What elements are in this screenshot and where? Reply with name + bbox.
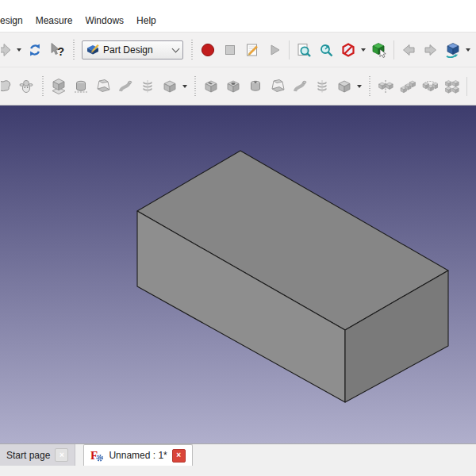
view-fit-selection-icon	[318, 42, 334, 58]
subtractive-helix-button[interactable]	[312, 76, 332, 97]
macro-record-icon	[200, 42, 216, 58]
subtractive-loft-button[interactable]	[267, 76, 288, 97]
clone-button[interactable]	[16, 76, 36, 97]
nav-forward-button[interactable]	[420, 40, 441, 60]
macro-record-button[interactable]	[198, 40, 218, 60]
shape-binder-icon	[0, 79, 12, 94]
axonometric-view-button[interactable]	[443, 40, 463, 60]
menu-item-help[interactable]: Help	[130, 13, 163, 29]
macro-play-icon	[267, 42, 282, 58]
tab-label: Start page	[6, 450, 50, 461]
draw-style-icon	[340, 42, 356, 58]
polar-pattern-button[interactable]	[420, 76, 440, 97]
additive-loft-button[interactable]	[93, 76, 113, 97]
toolbar-separator	[393, 40, 394, 60]
subtractive-box-button[interactable]	[334, 76, 355, 97]
view-fit-selection-button[interactable]	[316, 40, 336, 60]
macro-edit-button[interactable]	[242, 40, 263, 60]
redo-button[interactable]	[0, 40, 14, 60]
additive-pipe-button[interactable]	[115, 76, 136, 97]
toolbar-grip-handle[interactable]	[193, 76, 197, 97]
workbench-selector[interactable]: Part Design	[82, 40, 183, 60]
view-fit-all-icon	[296, 42, 312, 58]
close-tab-icon[interactable]: ×	[172, 449, 186, 463]
loft-icon	[95, 79, 111, 94]
toolbar-grip-handle[interactable]	[190, 40, 194, 60]
menu-bar: esign Measure Windows Help	[0, 0, 476, 33]
chevron-down-icon	[172, 44, 180, 52]
workbench-partdesign-icon	[86, 42, 102, 58]
polar-pattern-icon	[422, 79, 438, 94]
svg-text:F: F	[90, 449, 98, 462]
svg-text:?: ?	[58, 44, 65, 57]
pocket-button[interactable]	[201, 76, 221, 97]
hole-button[interactable]	[223, 76, 244, 97]
tab-label: Unnamed : 1*	[109, 450, 167, 461]
dropdown-caret-icon[interactable]	[182, 85, 187, 88]
document-tab-bar: Start page × F Unnamed : 1* ×	[0, 443, 476, 466]
whats-this-button[interactable]: ?	[47, 40, 67, 60]
fillet-button[interactable]	[471, 76, 476, 97]
pocket-icon	[203, 79, 219, 94]
mirrored-icon	[378, 79, 393, 94]
freecad-document-icon: F	[90, 449, 104, 462]
pad-button[interactable]	[48, 76, 69, 97]
box-element-selection-button[interactable]	[369, 40, 390, 60]
pipe-icon	[117, 79, 133, 94]
additive-helix-button[interactable]	[137, 76, 158, 97]
macro-play-button[interactable]	[264, 40, 285, 60]
nav-back-button[interactable]	[398, 40, 419, 60]
arrow-left-icon	[401, 42, 416, 58]
linear-pattern-button[interactable]	[397, 76, 418, 97]
additive-box-button[interactable]	[159, 76, 180, 97]
toolbar-standard: ? Part Design	[0, 33, 476, 67]
multi-transform-icon	[444, 79, 460, 94]
pipe-icon	[292, 79, 308, 94]
hole-icon	[225, 79, 241, 94]
refresh-button[interactable]	[25, 40, 45, 60]
box-solid-object[interactable]	[0, 106, 476, 443]
pad-icon	[51, 79, 67, 94]
groove-button[interactable]	[245, 76, 266, 97]
tab-unnamed-document[interactable]: F Unnamed : 1* ×	[83, 444, 192, 466]
toolbar-grip-handle[interactable]	[71, 40, 75, 60]
status-bar-area	[0, 466, 476, 475]
revolution-icon	[73, 79, 89, 94]
macro-edit-icon	[244, 42, 260, 58]
macro-stop-button[interactable]	[220, 40, 240, 60]
helix-icon	[314, 79, 330, 94]
menu-item-windows[interactable]: Windows	[79, 13, 130, 29]
shape-binder-button[interactable]	[0, 76, 14, 97]
clone-sheep-icon	[18, 79, 34, 94]
multi-transform-button[interactable]	[442, 76, 463, 97]
dropdown-caret-icon[interactable]	[357, 85, 362, 88]
toolbar-part-design	[0, 67, 476, 106]
helix-icon	[140, 79, 155, 94]
toolbar-grip-handle[interactable]	[40, 76, 44, 97]
dropdown-caret-icon[interactable]	[466, 48, 470, 52]
toolbar-separator	[289, 40, 290, 60]
mirrored-button[interactable]	[375, 76, 396, 97]
toolbar-grip-handle[interactable]	[367, 76, 371, 97]
draw-style-button[interactable]	[338, 40, 359, 60]
box-selection-icon	[371, 42, 387, 58]
redo-arrow-icon	[0, 42, 12, 58]
3d-viewport[interactable]	[0, 106, 476, 443]
menu-item-design[interactable]: esign	[0, 13, 29, 29]
subtractive-pipe-button[interactable]	[290, 76, 310, 97]
close-tab-icon[interactable]: ×	[55, 448, 68, 462]
cube-icon	[162, 79, 178, 94]
cube-icon	[336, 79, 352, 94]
tab-start-page[interactable]: Start page ×	[0, 444, 75, 466]
dropdown-caret-icon[interactable]	[361, 48, 366, 52]
revolution-button[interactable]	[71, 76, 91, 97]
arrow-right-icon	[423, 42, 439, 58]
axo-cube-icon	[445, 42, 461, 58]
macro-stop-icon	[222, 42, 238, 58]
dropdown-caret-icon[interactable]	[17, 48, 21, 52]
menu-item-measure[interactable]: Measure	[29, 13, 79, 29]
linear-pattern-icon	[400, 79, 416, 94]
workbench-selector-value: Part Design	[103, 44, 169, 56]
view-fit-all-button[interactable]	[294, 40, 314, 60]
groove-icon	[248, 79, 263, 94]
